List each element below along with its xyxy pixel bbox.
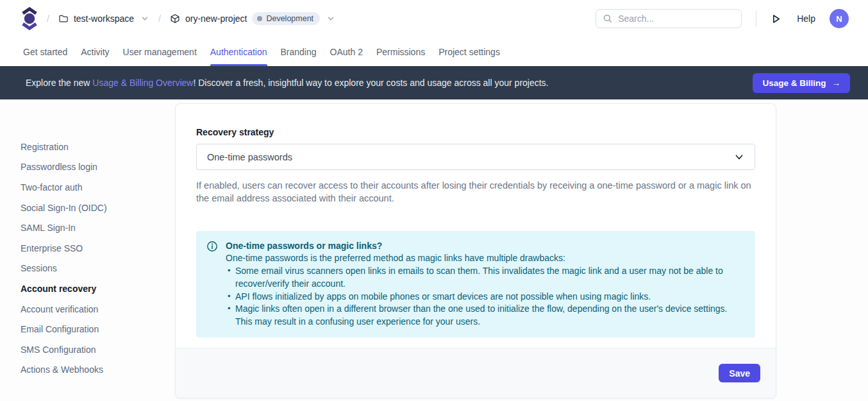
chevron-down-icon	[326, 14, 335, 23]
search-box[interactable]	[596, 9, 742, 28]
banner-overview-link[interactable]: Usage & Billing Overview	[92, 78, 193, 88]
header-divider	[756, 10, 756, 27]
environment-badge: Development	[252, 12, 320, 25]
tab-oauth2[interactable]: OAuth 2	[330, 37, 363, 66]
recovery-settings-body: Recovery strategy One-time passwords If …	[176, 104, 776, 337]
info-icon	[206, 241, 218, 252]
banner-text: Explore the new Usage & Billing Overview…	[26, 78, 549, 88]
banner-text-prefix: Explore the new	[26, 78, 92, 88]
tab-project-settings[interactable]: Project settings	[438, 37, 500, 66]
sidebar-item-registration[interactable]: Registration	[21, 137, 175, 157]
info-box-title: One-time passwords or magic links?	[226, 240, 745, 253]
sidebar-item-enterprise-sso[interactable]: Enterprise SSO	[21, 238, 175, 259]
usage-billing-banner: Explore the new Usage & Billing Overview…	[0, 66, 868, 99]
info-bullet: API flows initialized by apps on mobile …	[226, 291, 745, 303]
app-header: / test-workspace / ory-new-project Devel…	[0, 0, 868, 37]
recovery-strategy-select[interactable]: One-time passwords	[196, 144, 755, 170]
recovery-strategy-value: One-time passwords	[207, 152, 292, 162]
workspace-name: test-workspace	[74, 13, 134, 24]
breadcrumb-separator: /	[47, 13, 49, 24]
project-cube-icon	[170, 13, 180, 24]
tab-get-started[interactable]: Get started	[23, 37, 67, 66]
sidebar-item-account-recovery[interactable]: Account recovery	[21, 278, 175, 299]
info-bullet: Some email virus scanners open links in …	[226, 265, 745, 290]
tab-permissions[interactable]: Permissions	[376, 37, 425, 66]
help-link[interactable]: Help	[797, 13, 815, 24]
sidebar-item-sms-configuration[interactable]: SMS Configuration	[21, 339, 175, 360]
usage-billing-button[interactable]: Usage & Billing →	[753, 73, 850, 93]
environment-dot-icon	[257, 16, 262, 21]
chevron-down-icon	[734, 152, 744, 162]
tab-user-management[interactable]: User management	[123, 37, 197, 66]
info-box-bullet-list: Some email virus scanners open links in …	[226, 265, 745, 328]
info-box: One-time passwords or magic links? One-t…	[196, 231, 755, 337]
save-button[interactable]: Save	[719, 364, 760, 382]
sidebar-item-actions-webhooks[interactable]: Actions & Webhooks	[21, 360, 175, 380]
project-selector[interactable]: ory-new-project Development	[170, 12, 335, 25]
settings-sidebar: Registration Passwordless login Two-fact…	[0, 99, 175, 401]
play-icon[interactable]	[771, 13, 781, 24]
search-icon	[603, 13, 613, 24]
sidebar-item-two-factor-auth[interactable]: Two-factor auth	[21, 177, 175, 198]
info-bullet: Magic links often open in a different br…	[226, 303, 745, 328]
sidebar-item-saml-sign-in[interactable]: SAML Sign-In	[21, 218, 175, 238]
arrow-right-icon: →	[832, 78, 841, 88]
recovery-description: If enabled, users can recover access to …	[196, 179, 755, 205]
banner-text-suffix: ! Discover a fresh, insightful way to ex…	[193, 78, 548, 88]
ory-logo-icon[interactable]	[21, 7, 38, 30]
card-footer: Save	[176, 348, 776, 398]
info-box-content: One-time passwords or magic links? One-t…	[226, 240, 745, 328]
tab-authentication[interactable]: Authentication	[210, 37, 267, 66]
tab-branding[interactable]: Branding	[281, 37, 317, 66]
content-area: Registration Passwordless login Two-fact…	[0, 99, 868, 401]
search-input[interactable]	[618, 13, 735, 24]
user-avatar[interactable]: N	[830, 9, 849, 28]
sidebar-item-account-verification[interactable]: Account verification	[21, 299, 175, 320]
folder-icon	[58, 13, 69, 24]
recovery-settings-card: Recovery strategy One-time passwords If …	[175, 103, 776, 398]
section-title: Recovery strategy	[196, 127, 755, 137]
project-name: ory-new-project	[185, 13, 247, 24]
sidebar-item-social-sign-in[interactable]: Social Sign-In (OIDC)	[21, 198, 175, 218]
info-box-intro: One-time passwords is the preferred meth…	[226, 252, 745, 265]
workspace-selector[interactable]: test-workspace	[58, 13, 149, 24]
main-nav-tabs: Get started Activity User management Aut…	[0, 37, 868, 66]
breadcrumb-separator: /	[158, 13, 161, 24]
sidebar-item-sessions[interactable]: Sessions	[21, 259, 175, 279]
environment-badge-label: Development	[266, 14, 313, 23]
sidebar-item-email-configuration[interactable]: Email Configuration	[21, 319, 175, 339]
usage-billing-button-label: Usage & Billing	[762, 78, 826, 88]
tab-activity[interactable]: Activity	[81, 37, 109, 66]
chevron-down-icon	[140, 14, 149, 23]
sidebar-item-passwordless-login[interactable]: Passwordless login	[21, 157, 175, 178]
header-actions: Help N	[596, 9, 849, 28]
